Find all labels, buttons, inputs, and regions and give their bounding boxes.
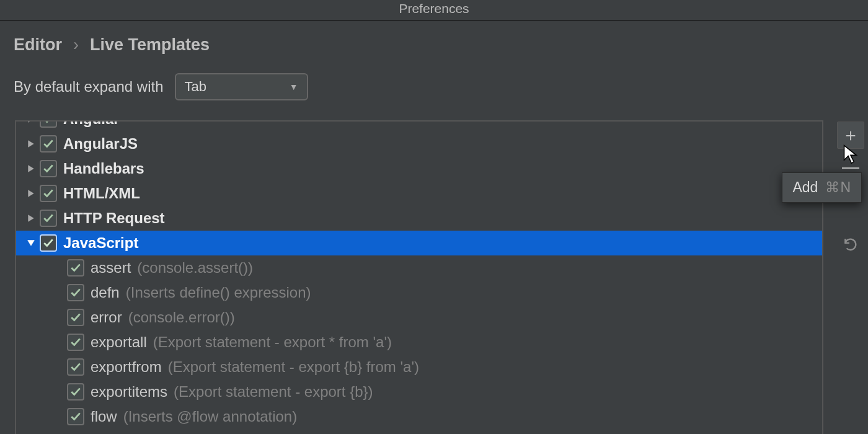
- revert-button[interactable]: [837, 237, 864, 255]
- group-checkbox[interactable]: [40, 135, 57, 153]
- chevron-right-icon[interactable]: [22, 164, 40, 173]
- template-group-handlebars[interactable]: Handlebars: [16, 156, 822, 181]
- group-label: Handlebars: [63, 160, 144, 177]
- tooltip-shortcut: ⌘N: [825, 179, 851, 196]
- breadcrumb-section[interactable]: Editor: [14, 35, 62, 55]
- template-desc: (Export statement - export * from 'a'): [153, 334, 392, 351]
- group-label: HTTP Request: [63, 210, 165, 227]
- template-item[interactable]: exportitems (Export statement - export {…: [16, 379, 822, 404]
- expand-with-select[interactable]: Tab ▼: [175, 73, 308, 100]
- template-abbr: exportall: [91, 334, 147, 351]
- template-desc: (Inserts @flow annotation): [123, 408, 298, 425]
- template-checkbox[interactable]: [67, 383, 84, 401]
- chevron-right-icon[interactable]: [22, 189, 40, 198]
- group-checkbox[interactable]: [40, 185, 57, 202]
- breadcrumb-page: Live Templates: [90, 35, 210, 55]
- tooltip-label: Add: [792, 179, 818, 196]
- chevron-right-icon[interactable]: [22, 120, 40, 123]
- template-checkbox[interactable]: [67, 358, 84, 376]
- window-title: Preferences: [399, 1, 469, 16]
- expand-with-label: By default expand with: [14, 78, 164, 95]
- template-checkbox[interactable]: [67, 334, 84, 351]
- template-desc: (console.assert()): [137, 259, 253, 277]
- template-abbr: assert: [91, 259, 131, 277]
- group-checkbox[interactable]: [40, 234, 57, 252]
- window-titlebar: Preferences: [0, 0, 868, 20]
- template-item[interactable]: exportall (Export statement - export * f…: [16, 330, 822, 355]
- undo-icon: [843, 236, 859, 257]
- template-checkbox[interactable]: [67, 309, 84, 326]
- template-abbr: defn: [91, 284, 120, 301]
- chevron-down-icon: ▼: [290, 82, 298, 92]
- template-checkbox[interactable]: [67, 408, 84, 425]
- template-group[interactable]: Angular: [16, 120, 822, 131]
- template-abbr: error: [91, 309, 122, 326]
- group-checkbox[interactable]: [40, 120, 57, 128]
- group-label: HTML/XML: [63, 185, 140, 202]
- template-group-angularjs[interactable]: AngularJS: [16, 131, 822, 156]
- add-tooltip: Add ⌘N: [782, 172, 862, 203]
- group-checkbox[interactable]: [40, 160, 57, 177]
- template-desc: (console.error()): [128, 309, 235, 326]
- template-abbr: flow: [91, 408, 117, 425]
- chevron-right-icon[interactable]: [22, 214, 40, 223]
- template-item[interactable]: flow (Inserts @flow annotation): [16, 404, 822, 429]
- template-group-httprequest[interactable]: HTTP Request: [16, 206, 822, 231]
- template-item[interactable]: error (console.error()): [16, 305, 822, 330]
- template-checkbox[interactable]: [67, 259, 84, 277]
- template-group-htmlxml[interactable]: HTML/XML: [16, 181, 822, 206]
- templates-tree[interactable]: Angular AngularJS Handlebars HTML/XML: [15, 120, 823, 434]
- template-desc: (Export statement - export {b} from 'a'): [168, 358, 419, 376]
- template-item[interactable]: exportfrom (Export statement - export {b…: [16, 355, 822, 379]
- template-abbr: exportfrom: [91, 358, 162, 376]
- template-group-javascript[interactable]: JavaScript: [16, 231, 822, 255]
- expand-with-value: Tab: [185, 79, 206, 95]
- chevron-right-icon[interactable]: [22, 140, 40, 148]
- group-label: Angular: [63, 120, 120, 128]
- group-label: JavaScript: [63, 234, 138, 252]
- mouse-cursor-icon: [842, 144, 859, 167]
- group-label: AngularJS: [63, 135, 138, 153]
- template-desc: (Inserts define() expression): [126, 284, 311, 301]
- chevron-right-icon: ›: [73, 35, 79, 55]
- template-item[interactable]: defn (Inserts define() expression): [16, 280, 822, 305]
- template-desc: (Export statement - export {b}): [174, 383, 373, 401]
- template-checkbox[interactable]: [67, 284, 84, 301]
- expand-with-row: By default expand with Tab ▼: [0, 55, 868, 100]
- chevron-down-icon[interactable]: [22, 239, 40, 247]
- breadcrumb: Editor › Live Templates: [0, 20, 868, 55]
- group-checkbox[interactable]: [40, 210, 57, 227]
- template-abbr: exportitems: [91, 383, 167, 401]
- template-item[interactable]: assert (console.assert()): [16, 255, 822, 280]
